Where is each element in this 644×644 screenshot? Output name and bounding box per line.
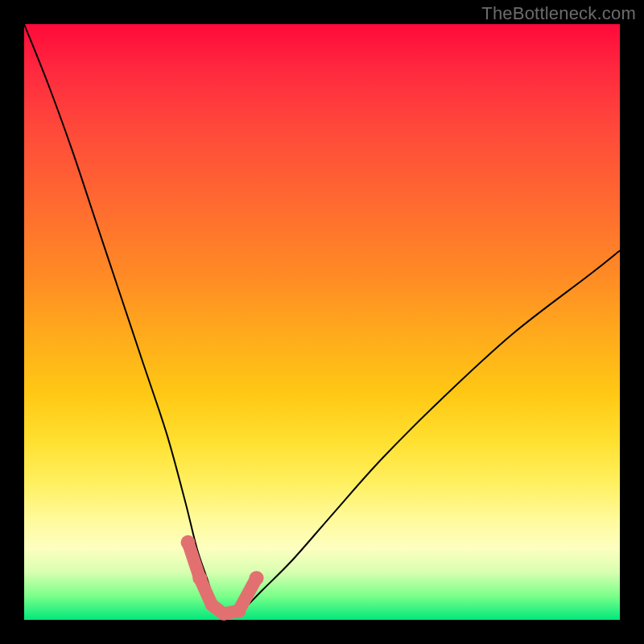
- highlight-dot: [181, 535, 196, 550]
- highlight-dot: [250, 571, 264, 585]
- highlight-dot: [192, 571, 207, 585]
- watermark-text: TheBottleneck.com: [481, 3, 636, 24]
- highlight-markers: [181, 535, 264, 618]
- highlight-dot: [231, 604, 246, 618]
- plot-area: [24, 24, 620, 620]
- chart-frame: TheBottleneck.com: [0, 0, 644, 644]
- bottleneck-curve: [24, 24, 620, 615]
- chart-svg: [24, 24, 620, 620]
